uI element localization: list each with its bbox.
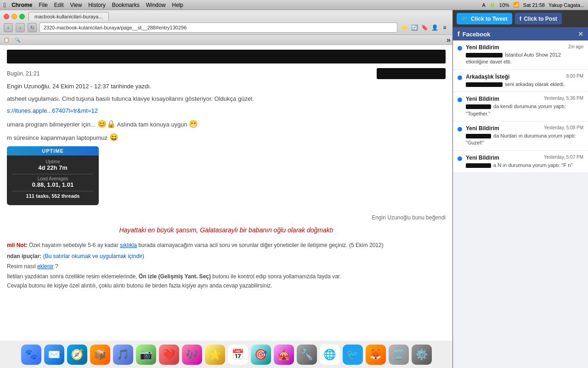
menu-chrome[interactable]: Chrome — [11, 2, 32, 8]
redacted-3 — [466, 104, 491, 109]
dock-finder[interactable]: 🐾 — [21, 345, 41, 365]
fb-notif-top-5: Yeni Bildirim Yesterday, 5:07 PM — [466, 155, 583, 161]
dock-trash[interactable]: 🗑️ — [389, 345, 409, 365]
fb-notif-time-4: Yesterday, 5:08 PM — [544, 125, 583, 130]
maximize-button[interactable] — [19, 14, 25, 19]
dock-app7[interactable]: 🎪 — [274, 345, 294, 365]
uptime-row: Uptime 4d 22h 7m — [12, 159, 93, 171]
fb-notif-top-4: Yeni Bildirim Yesterday, 5:08 PM — [466, 125, 583, 132]
laptop-text: m süresince kapanmayan laptopumuz 😄 — [7, 133, 446, 142]
dock-chrome[interactable]: 🌐 — [320, 345, 340, 365]
dock-app1[interactable]: 📦 — [90, 345, 110, 365]
apple-logo[interactable]:  — [4, 1, 6, 9]
address-bar[interactable]: 2320-macbook-kulanicilari-buraya/page__s… — [40, 23, 397, 33]
extension-bar: 📋 🔍 » — [0, 35, 452, 45]
minimize-button[interactable] — [11, 14, 17, 19]
extension-icon-1[interactable]: 🔄 — [410, 23, 418, 32]
post-author: Engin Uzunoğlu, 24 Ekim 2012 - 12:37 tar… — [7, 83, 446, 90]
menu-icon[interactable]: ≡ — [441, 23, 449, 32]
liked-by: Engin Uzunoğlu bunu beğendi — [7, 214, 446, 221]
load-value: 0.88, 1.01, 1.01 — [12, 181, 93, 188]
dock-safari[interactable]: 🧭 — [67, 345, 87, 365]
dock-settings-icon[interactable]: ⚙️ — [412, 345, 432, 365]
ext-btn-2[interactable]: 🔍 — [13, 36, 22, 44]
fb-notifications[interactable]: Yeni Bildirim 2m ago İstanbul Auto Show … — [453, 40, 588, 368]
fb-notif-text-5: a N ın durumuna yorum yaptı: "F n" — [466, 162, 583, 169]
forward-button[interactable]: › — [16, 23, 25, 32]
dock-itunes[interactable]: 🎶 — [182, 345, 202, 365]
back-button[interactable]: ‹ — [4, 23, 13, 32]
post-button[interactable]: f Click to Post — [515, 13, 562, 24]
menu-view[interactable]: View — [70, 2, 82, 8]
fb-notif-time-2: 8:00 PM — [566, 74, 583, 79]
extension-icon-2[interactable]: 🔖 — [420, 23, 429, 32]
uptime-value: 4d 22h 7m — [12, 164, 93, 171]
menu-file[interactable]: File — [39, 2, 47, 8]
fb-notification-2: Arkadaşlık İsteği 8:00 PM seni arkadaş o… — [453, 70, 588, 92]
fb-title: Facebook — [463, 31, 491, 38]
uptime-body: Uptime 4d 22h 7m Load Averages 0.88, 1.0… — [7, 155, 99, 205]
resim-link[interactable]: eklenir — [37, 263, 53, 270]
dock-app3[interactable]: 📷 — [136, 345, 156, 365]
fb-notification-1: Yeni Bildirim 2m ago İstanbul Auto Show … — [453, 40, 588, 70]
redacted-1 — [466, 53, 503, 58]
fb-notif-title-2: Arkadaşlık İsteği — [466, 74, 509, 80]
fb-notif-time-3: Yesterday, 5:36 PM — [544, 96, 583, 101]
close-button[interactable] — [4, 14, 9, 19]
menu-help[interactable]: Help — [172, 2, 183, 8]
menu-edit[interactable]: Edit — [54, 2, 64, 8]
hint-detail: (Bu satırlar okumak ve uygulamak içindir… — [43, 253, 144, 259]
dock-app6[interactable]: 🎯 — [251, 345, 271, 365]
menu-window[interactable]: Window — [146, 2, 166, 8]
redacted-2 — [466, 82, 503, 87]
tweet-button[interactable]: 🐦 Click to Tweet — [457, 13, 512, 24]
dock-app5[interactable]: ⭐ — [205, 345, 225, 365]
dock: 🐾 ✉️ 🧭 📦 🎵 📷 ❤️ 🎶 ⭐ 📅 🎯 🎪 🔧 🌐 🐦 🦊 🗑️ ⚙️ — [0, 340, 452, 368]
reload-button[interactable]: ↻ — [28, 23, 37, 32]
fb-notif-title-5: Yeni Bildirim — [466, 155, 499, 161]
dock-app8[interactable]: 🔧 — [297, 345, 317, 365]
fb-notif-text-1: İstanbul Auto Show 2012 etkinliğine dave… — [466, 52, 583, 66]
menu-items: Chrome File Edit View History Bookmarks … — [11, 2, 183, 8]
fb-notif-top-3: Yeni Bildirim Yesterday, 5:36 PM — [466, 96, 583, 102]
active-tab[interactable]: macbook-kullanicilari-buraya... — [28, 12, 109, 21]
dock-app4[interactable]: ❤️ — [159, 345, 179, 365]
menubar:  Chrome File Edit View History Bookmark… — [0, 0, 588, 10]
ext-btn-1[interactable]: 📋 — [2, 36, 11, 44]
fb-notif-text-2: seni arkadaş olarak ekledi. — [466, 81, 583, 88]
hint-label: ndan ipuçlar: — [7, 253, 41, 259]
post-link[interactable]: s://itunes.apple...67407l=tr&mt=12 — [7, 107, 446, 114]
user-icon[interactable]: 👤 — [430, 23, 439, 32]
username: Yakup Cagata... — [548, 2, 584, 8]
page-content[interactable]: Bugün, 21:21 Engin Uzunoğlu, 24 Ekim 201… — [0, 45, 452, 368]
instruction1: İletiları yazdıktan sonra özellikle resi… — [7, 273, 137, 280]
bookmark-icon[interactable]: ⭐ — [400, 23, 408, 32]
fb-notif-top-1: Yeni Bildirim 2m ago — [466, 44, 583, 51]
fb-notif-title-1: Yeni Bildirim — [466, 44, 499, 51]
tasks-value: 111 tasks, 552 threads — [12, 193, 93, 199]
fb-notification-4: Yeni Bildirim Yesterday, 5:08 PM da Nurd… — [453, 121, 588, 151]
uptime-label: Uptime — [12, 159, 93, 164]
uptime-header: UPTIME — [7, 146, 99, 155]
fb-notif-dot-5 — [458, 156, 462, 161]
note-link[interactable]: sıklıkla — [120, 242, 137, 248]
fb-notif-content-3: Yeni Bildirim Yesterday, 5:36 PM da kend… — [466, 96, 583, 117]
fb-notif-dot-4 — [458, 127, 462, 132]
dock-calendar[interactable]: 📅 — [228, 345, 248, 365]
menu-bookmarks[interactable]: Bookmarks — [112, 2, 140, 8]
dock-mail[interactable]: ✉️ — [44, 345, 64, 365]
menu-history[interactable]: History — [88, 2, 105, 8]
expand-btn[interactable]: » — [447, 36, 451, 44]
dock-firefox[interactable]: 🦊 — [366, 345, 386, 365]
dock-twitter[interactable]: 🐦 — [343, 345, 363, 365]
post-text: atsheet uygulaması. Cmd tuşuna basılı tu… — [7, 94, 446, 104]
emoji-text-1: umara program bilmeyenler için... 😊🔒 Asl… — [7, 120, 446, 128]
instruction2: butonu ile kontrol edip sonra yollamanız… — [212, 273, 341, 280]
address-bar-row: ‹ › ↻ 2320-macbook-kulanicilari-buraya/p… — [4, 23, 449, 33]
note-label: mli Not: — [7, 242, 28, 248]
battery-icon: 🔋 — [489, 2, 496, 8]
facebook-icon: f — [520, 15, 521, 22]
resim-text: Resim nasıl — [7, 263, 37, 270]
fb-close-button[interactable]: ✕ — [578, 30, 583, 38]
dock-app2[interactable]: 🎵 — [113, 345, 133, 365]
